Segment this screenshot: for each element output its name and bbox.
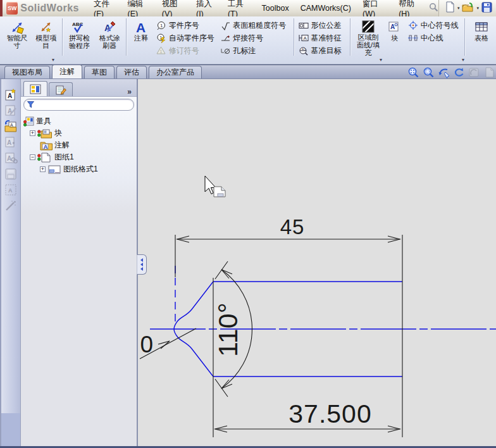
model-items-button[interactable]: 模型项 目 [32, 17, 61, 57]
tab-evaluate[interactable]: 评估 [116, 66, 147, 78]
format-painter-icon: A [102, 19, 116, 35]
quick-access-toolbar: ▾ ▾ [438, 0, 496, 16]
title-bar: SW SolidWorks 文件(F) 编辑(E) 视图(V) 插入(I) 工具… [0, 0, 496, 17]
save-disk-icon[interactable] [3, 166, 18, 182]
svg-text:1: 1 [160, 49, 163, 54]
surface-finish-button[interactable]: 表面粗糙度符号 [218, 19, 292, 32]
tables-dropdown-icon[interactable]: ▾ [462, 57, 464, 63]
spell-checker-button[interactable]: ABC 拼写检 验程序 [65, 17, 95, 57]
auto-balloon-button[interactable]: 1 自动零件序号 [154, 32, 218, 44]
window-edge [0, 0, 3, 16]
tree-sheet-row[interactable]: − 图纸1 [23, 151, 137, 163]
svg-text:A: A [7, 155, 11, 162]
rebuild-icon[interactable] [452, 66, 466, 78]
filter-funnel-icon [27, 101, 35, 109]
sheet-format-icon [47, 165, 61, 175]
tab-sketch[interactable]: 草图 [84, 66, 115, 78]
drawing-document-icon [23, 116, 34, 127]
collapse-icon[interactable]: − [30, 154, 35, 160]
datum-feature-button[interactable]: A 基准特征 [296, 32, 349, 44]
drawing-canvas[interactable]: 45 37.500 110° 0 [139, 79, 496, 448]
previous-view-icon[interactable] [437, 66, 450, 78]
auto-balloon-icon: 1 [156, 34, 166, 43]
tab-office-products[interactable]: 办公室产品 [149, 66, 202, 78]
drawing-sheet: 45 37.500 110° 0 [139, 79, 496, 448]
property-manager-icon [55, 85, 66, 95]
format-painter-button[interactable]: A 格式涂 刷器 [94, 17, 125, 57]
sheet-properties-icon[interactable] [483, 66, 496, 78]
app-title: SolidWorks [20, 3, 79, 14]
tree-annotations-row[interactable]: A 注解 [23, 139, 137, 151]
tab-annotation[interactable]: 注解 [52, 65, 82, 78]
feature-manager-tab[interactable] [23, 81, 47, 96]
area-hatch-button[interactable]: 区域剖 面线/填 充 [352, 17, 384, 57]
new-document-dropdown-icon[interactable]: ▾ [456, 6, 461, 11]
model-items-icon [39, 19, 53, 35]
tree-block-folder-row[interactable]: + 块 [23, 127, 137, 139]
dim-length-text[interactable]: 45 [280, 215, 305, 239]
tree-sheet-format-row[interactable]: + 图纸格式1 [23, 163, 137, 175]
note-star-icon[interactable]: A [3, 87, 18, 103]
feature-tree: 量具 + 块 A 注解 − 图纸1 + 图纸格式1 [21, 113, 137, 175]
weld-symbol-button[interactable]: 焊接符号 [218, 32, 292, 44]
dim-partial-text[interactable]: 0 [140, 332, 153, 358]
tables-button[interactable]: 表格 [467, 17, 496, 57]
zoom-to-area-icon[interactable] [422, 66, 435, 78]
note-pencil-icon[interactable]: A [3, 103, 18, 118]
center-mark-button[interactable]: 中心符号线 [406, 19, 464, 32]
spell-checker-icon: ABC [71, 19, 87, 35]
block-dropdown-icon[interactable]: ▾ [380, 57, 382, 63]
property-manager-tab[interactable] [49, 82, 73, 96]
sheet-icon [37, 152, 53, 163]
svg-text:A: A [136, 20, 146, 35]
balloon-button[interactable]: 1 零件序号 [154, 19, 218, 32]
revision-symbol-button[interactable]: 1 修订符号 [154, 44, 218, 57]
panel-overflow-chevron[interactable]: » [127, 87, 137, 96]
ribbon-separator [126, 18, 127, 56]
smart-dimension-button[interactable]: 智能尺 寸 [3, 17, 32, 57]
dim-angle-text[interactable]: 110° [213, 302, 243, 357]
geometric-tolerance-button[interactable]: 形位公差 [296, 19, 349, 32]
wand-icon[interactable] [3, 197, 18, 213]
command-manager-tab-bar: 视图布局 注解 草图 评估 办公室产品 [0, 65, 496, 79]
part-geometry[interactable] [150, 266, 496, 376]
area-hatch-icon [361, 19, 375, 34]
open-document-icon[interactable] [462, 2, 474, 15]
center-mark-icon [408, 21, 418, 30]
hole-callout-button[interactable]: 孔标注 [218, 44, 292, 57]
folder-arrow-icon[interactable]: A [3, 118, 18, 134]
tab-view-layout[interactable]: 视图布局 [4, 66, 50, 78]
block-button[interactable]: A 块 [384, 17, 406, 57]
menu-toolbox[interactable]: Toolbox [256, 2, 295, 15]
expand-icon[interactable]: + [30, 130, 35, 136]
geometric-tolerance-icon [299, 21, 309, 30]
save-icon[interactable] [481, 2, 492, 15]
panel-collapse-handle[interactable] [137, 254, 147, 275]
balloon-icon: 1 [156, 21, 166, 30]
open-document-dropdown-icon[interactable]: ▾ [475, 6, 480, 11]
hole-callout-icon [220, 46, 230, 56]
section-view-icon[interactable] [468, 66, 481, 78]
dimension-texts: 45 37.500 110° 0 [140, 215, 371, 428]
tree-root-row[interactable]: 量具 [23, 115, 137, 127]
menu-camworks[interactable]: CAMWorks(C) [295, 2, 357, 15]
stamp-pattern-icon[interactable]: A [3, 182, 18, 197]
note-button[interactable]: A 注释 [128, 17, 154, 57]
svg-text:A: A [303, 35, 307, 41]
tree-filter-box[interactable] [23, 99, 134, 111]
dim-tip-text[interactable]: 37.500 [288, 399, 371, 428]
smart-dimension-dropdown-icon[interactable]: ▾ [52, 57, 54, 63]
ribbon-separator [464, 18, 466, 56]
command-manager-ribbon: 智能尺 寸 模型项 目 ABC 拼写检 验程序 A 格式涂 刷器 A 注释 1 … [0, 16, 496, 65]
datum-target-button[interactable]: A1 基准目标 [296, 44, 349, 57]
centerline-button[interactable]: 中心线 [406, 32, 464, 44]
new-document-icon[interactable] [445, 1, 455, 15]
note-link-icon[interactable]: A [3, 150, 18, 166]
mouse-cursor [205, 176, 225, 197]
zoom-to-fit-icon[interactable] [407, 66, 420, 78]
svg-text:1: 1 [160, 23, 163, 28]
expand-icon[interactable]: + [40, 166, 46, 172]
note-plus-icon[interactable]: A [3, 134, 18, 150]
tables-icon [474, 19, 488, 35]
search-icon[interactable] [429, 3, 438, 15]
